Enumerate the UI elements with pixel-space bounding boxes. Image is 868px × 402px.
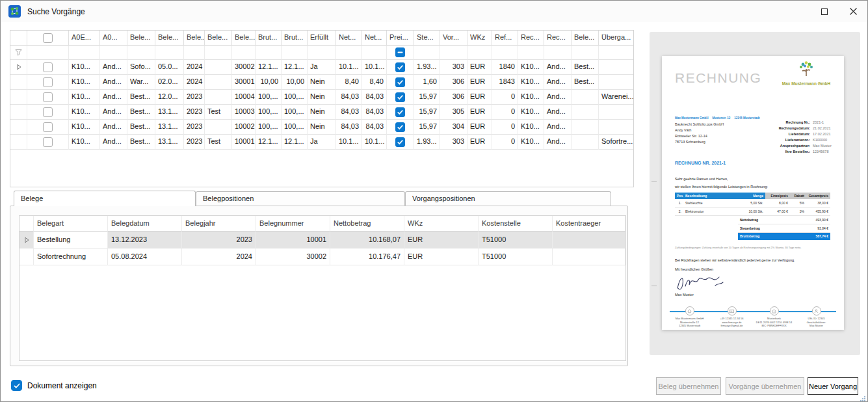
column-header[interactable]: Belegdatum [108, 216, 182, 232]
grid-cell[interactable]: And... [544, 135, 572, 150]
grid-cell[interactable]: And... [100, 60, 127, 75]
grid-cell[interactable]: K10... [518, 105, 544, 120]
grid-cell[interactable]: 84,03 [362, 90, 387, 105]
grid-cell[interactable]: And... [100, 135, 127, 150]
grid-cell[interactable] [387, 135, 414, 150]
grid-cell[interactable]: 2023 [184, 105, 205, 120]
tab-vorgangspositionen[interactable]: Vorgangspositionen [405, 191, 611, 206]
grid-cell[interactable]: Best... [127, 120, 155, 135]
grid-cell[interactable]: Test [205, 105, 232, 120]
filter-checkbox[interactable] [395, 47, 405, 57]
show-document-checkbox[interactable]: Dokument anzeigen [11, 380, 97, 391]
grid-cell[interactable]: 2024 [182, 248, 256, 265]
column-header[interactable]: Erfüllt [308, 31, 336, 46]
filter-cell[interactable] [127, 46, 155, 60]
column-header[interactable]: Bele... [155, 31, 184, 46]
grid-cell[interactable]: K10... [69, 135, 100, 150]
grid-cell[interactable]: 10002 [232, 120, 256, 135]
grid-cell[interactable]: 10001 [256, 232, 330, 248]
grid-cell[interactable]: War... [127, 75, 155, 90]
cell-checkbox[interactable] [395, 137, 405, 147]
column-header[interactable]: WKz [467, 31, 492, 46]
grid-cell[interactable]: Sofortre... [599, 135, 634, 150]
grid-cell[interactable]: And... [100, 105, 127, 120]
grid-cell[interactable]: 30001 [232, 75, 256, 90]
filter-cell[interactable] [572, 46, 599, 60]
grid-cell[interactable] [205, 75, 232, 90]
grid-cell[interactable]: 2023 [182, 232, 256, 248]
grid-cell[interactable]: 84,03 [336, 90, 362, 105]
grid-cell[interactable] [599, 75, 634, 90]
grid-cell[interactable]: 306 [440, 75, 467, 90]
filter-cell[interactable] [308, 46, 336, 60]
grid-cell[interactable]: K10... [69, 60, 100, 75]
column-header[interactable]: A0... [100, 31, 127, 46]
column-header[interactable]: Kostenstelle [479, 216, 553, 232]
grid-cell[interactable]: 100,... [256, 105, 282, 120]
cell-checkbox[interactable] [395, 62, 405, 72]
grid-cell[interactable]: 13.1... [155, 135, 184, 150]
grid-cell[interactable]: And... [100, 75, 127, 90]
column-header[interactable]: Nettobetrag [330, 216, 404, 232]
grid-cell[interactable]: Best... [572, 60, 599, 75]
grid-cell[interactable]: 2024 [184, 60, 205, 75]
column-header[interactable]: Net... [362, 31, 387, 46]
main-grid-row[interactable]: K10...And...War...02.0...20243000110,001… [10, 75, 633, 90]
filter-cell[interactable] [492, 46, 518, 60]
grid-cell[interactable]: 15,97 [414, 120, 440, 135]
column-header[interactable]: Belegjahr [182, 216, 256, 232]
grid-cell[interactable]: Warenei... [599, 90, 634, 105]
row-select-cell[interactable] [27, 75, 69, 90]
grid-cell[interactable]: 303 [440, 60, 467, 75]
column-header[interactable]: Bele... [205, 31, 232, 46]
resize-grip[interactable] [859, 393, 866, 400]
filter-cell[interactable] [336, 46, 362, 60]
row-checkbox[interactable] [43, 137, 53, 147]
column-header[interactable]: Vor... [440, 31, 467, 46]
grid-cell[interactable]: Test [205, 135, 232, 150]
grid-cell[interactable]: 8,40 [336, 75, 362, 90]
grid-cell[interactable]: EUR [404, 232, 479, 248]
column-header[interactable]: Bele... [184, 31, 205, 46]
column-header[interactable]: Bele... [572, 31, 599, 46]
grid-cell[interactable]: 10,00 [256, 75, 282, 90]
grid-cell[interactable]: 05.08.2024 [108, 248, 182, 265]
grid-cell[interactable]: 10004 [232, 90, 256, 105]
column-header[interactable]: Brut... [282, 31, 308, 46]
filter-cell[interactable] [544, 46, 572, 60]
tab-belege[interactable]: Belege [14, 191, 196, 206]
grid-cell[interactable]: K10... [518, 120, 544, 135]
grid-cell[interactable]: And... [544, 60, 572, 75]
column-header[interactable]: Prei... [387, 31, 414, 46]
row-checkbox[interactable] [43, 122, 53, 132]
main-grid-row[interactable]: K10...And...Best...13.1...202310002100,.… [10, 120, 633, 135]
grid-cell[interactable] [205, 120, 232, 135]
filter-cell[interactable] [387, 46, 414, 60]
new-transaction-button[interactable]: Neuer Vorgang [808, 377, 858, 395]
grid-cell[interactable]: 12.1... [282, 60, 308, 75]
grid-cell[interactable]: And... [100, 90, 127, 105]
grid-cell[interactable]: 05.0... [155, 60, 184, 75]
grid-cell[interactable]: Nein [308, 120, 336, 135]
grid-cell[interactable]: 10.1... [362, 60, 387, 75]
grid-cell[interactable]: 2023 [184, 120, 205, 135]
grid-cell[interactable] [205, 60, 232, 75]
column-header[interactable]: Ste... [414, 31, 440, 46]
grid-cell[interactable] [553, 248, 625, 265]
column-header[interactable]: Belegnummer [256, 216, 330, 232]
grid-cell[interactable]: 304 [440, 120, 467, 135]
main-grid-row[interactable]: K10...And...Best...13.1...2023Test100031… [10, 105, 633, 120]
grid-cell[interactable]: K10... [518, 60, 544, 75]
grid-cell[interactable]: 12.1... [256, 60, 282, 75]
grid-cell[interactable]: Sofortrechnung [34, 248, 108, 265]
grid-cell[interactable] [599, 105, 634, 120]
grid-cell[interactable]: 13.12.2023 [108, 232, 182, 248]
grid-cell[interactable]: 1.93... [414, 135, 440, 150]
grid-cell[interactable]: 12.0... [155, 90, 184, 105]
grid-cell[interactable]: 0 [492, 120, 518, 135]
filter-cell[interactable] [467, 46, 492, 60]
grid-cell[interactable]: Nein [308, 90, 336, 105]
grid-cell[interactable]: T51000 [479, 248, 553, 265]
filter-cell[interactable] [440, 46, 467, 60]
grid-cell[interactable] [599, 60, 634, 75]
